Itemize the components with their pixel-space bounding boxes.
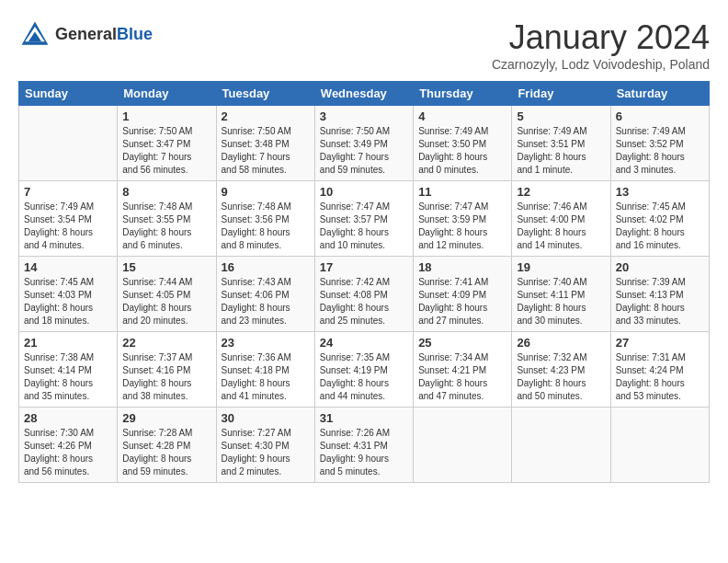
calendar-cell: 29Sunrise: 7:28 AMSunset: 4:28 PMDayligh… bbox=[118, 408, 216, 483]
day-number: 21 bbox=[24, 336, 112, 350]
day-number: 27 bbox=[616, 336, 704, 350]
day-info: Sunrise: 7:40 AMSunset: 4:11 PMDaylight:… bbox=[517, 276, 605, 327]
day-number: 14 bbox=[24, 260, 112, 274]
day-info: Sunrise: 7:49 AMSunset: 3:51 PMDaylight:… bbox=[517, 125, 605, 177]
title-block: January 2024 Czarnozyly, Lodz Voivodeshi… bbox=[492, 18, 710, 72]
day-info: Sunrise: 7:50 AMSunset: 3:48 PMDaylight:… bbox=[222, 125, 310, 177]
calendar-cell: 13Sunrise: 7:45 AMSunset: 4:02 PMDayligh… bbox=[610, 181, 709, 257]
day-info: Sunrise: 7:45 AMSunset: 4:02 PMDaylight:… bbox=[616, 201, 704, 252]
calendar-cell: 17Sunrise: 7:42 AMSunset: 4:08 PMDayligh… bbox=[314, 257, 413, 332]
calendar-cell: 28Sunrise: 7:30 AMSunset: 4:26 PMDayligh… bbox=[19, 408, 118, 483]
day-info: Sunrise: 7:30 AMSunset: 4:26 PMDaylight:… bbox=[24, 427, 112, 478]
calendar-cell: 14Sunrise: 7:45 AMSunset: 4:03 PMDayligh… bbox=[19, 257, 118, 332]
day-number: 26 bbox=[517, 336, 605, 350]
col-header-monday: Monday bbox=[118, 82, 216, 106]
calendar-cell: 22Sunrise: 7:37 AMSunset: 4:16 PMDayligh… bbox=[118, 332, 216, 408]
day-info: Sunrise: 7:43 AMSunset: 4:06 PMDaylight:… bbox=[222, 276, 310, 327]
day-info: Sunrise: 7:28 AMSunset: 4:28 PMDaylight:… bbox=[122, 427, 210, 478]
day-number: 23 bbox=[222, 336, 310, 350]
day-info: Sunrise: 7:47 AMSunset: 3:57 PMDaylight:… bbox=[320, 201, 408, 252]
day-info: Sunrise: 7:49 AMSunset: 3:50 PMDaylight:… bbox=[418, 125, 506, 177]
day-number: 5 bbox=[517, 109, 605, 123]
day-number: 10 bbox=[320, 185, 408, 199]
calendar-cell: 24Sunrise: 7:35 AMSunset: 4:19 PMDayligh… bbox=[314, 332, 413, 408]
day-number: 31 bbox=[320, 411, 408, 425]
day-info: Sunrise: 7:37 AMSunset: 4:16 PMDaylight:… bbox=[122, 351, 210, 403]
day-info: Sunrise: 7:46 AMSunset: 4:00 PMDaylight:… bbox=[517, 201, 605, 252]
day-info: Sunrise: 7:44 AMSunset: 4:05 PMDaylight:… bbox=[122, 276, 210, 327]
day-number: 29 bbox=[122, 411, 210, 425]
day-info: Sunrise: 7:27 AMSunset: 4:30 PMDaylight:… bbox=[222, 427, 310, 478]
day-number: 20 bbox=[616, 260, 704, 274]
calendar-cell: 4Sunrise: 7:49 AMSunset: 3:50 PMDaylight… bbox=[414, 106, 512, 181]
day-number: 28 bbox=[24, 411, 112, 425]
calendar-cell: 31Sunrise: 7:26 AMSunset: 4:31 PMDayligh… bbox=[314, 408, 413, 483]
day-info: Sunrise: 7:38 AMSunset: 4:14 PMDaylight:… bbox=[24, 351, 112, 403]
day-info: Sunrise: 7:48 AMSunset: 3:56 PMDaylight:… bbox=[222, 201, 310, 252]
calendar-cell bbox=[512, 408, 610, 483]
calendar-cell: 5Sunrise: 7:49 AMSunset: 3:51 PMDaylight… bbox=[512, 106, 610, 181]
day-number: 19 bbox=[517, 260, 605, 274]
day-number: 3 bbox=[320, 109, 408, 123]
calendar-cell bbox=[19, 106, 118, 181]
calendar-page: General Blue January 2024 Czarnozyly, Lo… bbox=[0, 0, 728, 501]
week-row-5: 28Sunrise: 7:30 AMSunset: 4:26 PMDayligh… bbox=[19, 408, 710, 483]
calendar-cell: 30Sunrise: 7:27 AMSunset: 4:30 PMDayligh… bbox=[216, 408, 314, 483]
col-header-wednesday: Wednesday bbox=[314, 82, 413, 106]
day-number: 13 bbox=[616, 185, 704, 199]
day-number: 1 bbox=[122, 109, 210, 123]
day-number: 4 bbox=[418, 109, 506, 123]
day-info: Sunrise: 7:49 AMSunset: 3:52 PMDaylight:… bbox=[616, 125, 704, 177]
header: General Blue January 2024 Czarnozyly, Lo… bbox=[18, 18, 710, 72]
day-number: 9 bbox=[222, 185, 310, 199]
week-row-3: 14Sunrise: 7:45 AMSunset: 4:03 PMDayligh… bbox=[19, 257, 710, 332]
day-number: 8 bbox=[122, 185, 210, 199]
day-info: Sunrise: 7:34 AMSunset: 4:21 PMDaylight:… bbox=[418, 351, 506, 403]
day-number: 12 bbox=[517, 185, 605, 199]
calendar-cell: 20Sunrise: 7:39 AMSunset: 4:13 PMDayligh… bbox=[610, 257, 709, 332]
calendar-table: SundayMondayTuesdayWednesdayThursdayFrid… bbox=[18, 81, 710, 483]
day-number: 30 bbox=[222, 411, 310, 425]
day-number: 6 bbox=[616, 109, 704, 123]
day-info: Sunrise: 7:50 AMSunset: 3:47 PMDaylight:… bbox=[122, 125, 210, 177]
day-number: 22 bbox=[122, 336, 210, 350]
day-info: Sunrise: 7:41 AMSunset: 4:09 PMDaylight:… bbox=[418, 276, 506, 327]
week-row-1: 1Sunrise: 7:50 AMSunset: 3:47 PMDaylight… bbox=[19, 106, 710, 181]
day-info: Sunrise: 7:49 AMSunset: 3:54 PMDaylight:… bbox=[24, 201, 112, 252]
calendar-cell bbox=[610, 408, 709, 483]
calendar-cell: 15Sunrise: 7:44 AMSunset: 4:05 PMDayligh… bbox=[118, 257, 216, 332]
calendar-cell: 11Sunrise: 7:47 AMSunset: 3:59 PMDayligh… bbox=[414, 181, 512, 257]
logo: General Blue bbox=[18, 18, 153, 52]
calendar-cell: 18Sunrise: 7:41 AMSunset: 4:09 PMDayligh… bbox=[414, 257, 512, 332]
calendar-cell: 19Sunrise: 7:40 AMSunset: 4:11 PMDayligh… bbox=[512, 257, 610, 332]
calendar-cell: 23Sunrise: 7:36 AMSunset: 4:18 PMDayligh… bbox=[216, 332, 314, 408]
calendar-cell: 7Sunrise: 7:49 AMSunset: 3:54 PMDaylight… bbox=[19, 181, 118, 257]
month-title: January 2024 bbox=[492, 18, 710, 57]
calendar-cell: 27Sunrise: 7:31 AMSunset: 4:24 PMDayligh… bbox=[610, 332, 709, 408]
day-info: Sunrise: 7:31 AMSunset: 4:24 PMDaylight:… bbox=[616, 351, 704, 403]
logo-blue: Blue bbox=[117, 26, 153, 44]
day-info: Sunrise: 7:32 AMSunset: 4:23 PMDaylight:… bbox=[517, 351, 605, 403]
col-header-saturday: Saturday bbox=[610, 82, 709, 106]
day-number: 18 bbox=[418, 260, 506, 274]
calendar-cell: 6Sunrise: 7:49 AMSunset: 3:52 PMDaylight… bbox=[610, 106, 709, 181]
calendar-cell: 12Sunrise: 7:46 AMSunset: 4:00 PMDayligh… bbox=[512, 181, 610, 257]
day-number: 17 bbox=[320, 260, 408, 274]
day-info: Sunrise: 7:50 AMSunset: 3:49 PMDaylight:… bbox=[320, 125, 408, 177]
col-header-friday: Friday bbox=[512, 82, 610, 106]
day-info: Sunrise: 7:47 AMSunset: 3:59 PMDaylight:… bbox=[418, 201, 506, 252]
day-info: Sunrise: 7:39 AMSunset: 4:13 PMDaylight:… bbox=[616, 276, 704, 327]
calendar-cell: 16Sunrise: 7:43 AMSunset: 4:06 PMDayligh… bbox=[216, 257, 314, 332]
col-header-thursday: Thursday bbox=[414, 82, 512, 106]
calendar-cell: 8Sunrise: 7:48 AMSunset: 3:55 PMDaylight… bbox=[118, 181, 216, 257]
day-number: 16 bbox=[222, 260, 310, 274]
day-info: Sunrise: 7:26 AMSunset: 4:31 PMDaylight:… bbox=[320, 427, 408, 478]
logo-general: General bbox=[55, 26, 117, 44]
day-info: Sunrise: 7:35 AMSunset: 4:19 PMDaylight:… bbox=[320, 351, 408, 403]
calendar-cell: 26Sunrise: 7:32 AMSunset: 4:23 PMDayligh… bbox=[512, 332, 610, 408]
day-number: 7 bbox=[24, 185, 112, 199]
day-info: Sunrise: 7:36 AMSunset: 4:18 PMDaylight:… bbox=[222, 351, 310, 403]
calendar-cell: 9Sunrise: 7:48 AMSunset: 3:56 PMDaylight… bbox=[216, 181, 314, 257]
day-info: Sunrise: 7:45 AMSunset: 4:03 PMDaylight:… bbox=[24, 276, 112, 327]
day-number: 2 bbox=[222, 109, 310, 123]
